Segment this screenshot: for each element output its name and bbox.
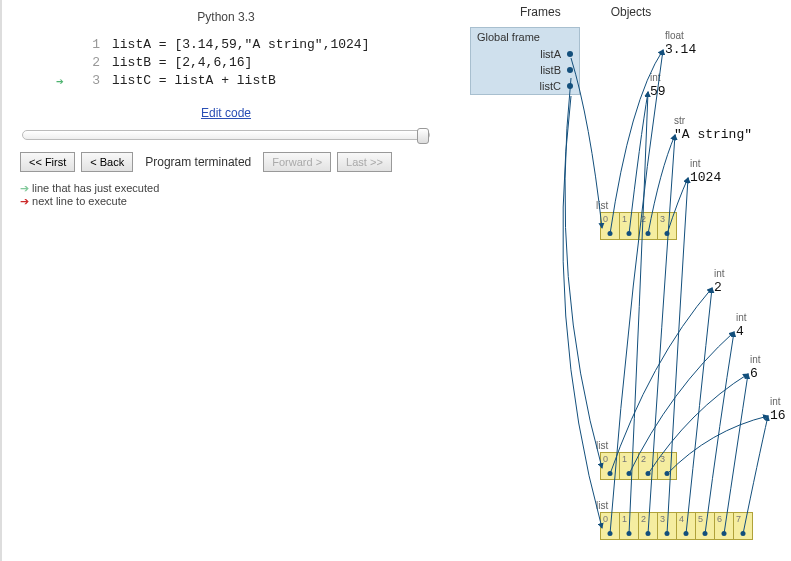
- frames-header: Frames: [520, 5, 561, 19]
- pointer-dot: [567, 51, 573, 57]
- list-object-listA: 0 1 2 3: [600, 212, 677, 240]
- code-panel: Python 3.3 1listA = [3.14,59,"A string",…: [0, 0, 450, 561]
- object-value: 1024: [690, 170, 721, 185]
- list-cell: 2: [638, 452, 657, 480]
- edit-code-link[interactable]: Edit code: [201, 106, 251, 120]
- frame-var: listB: [471, 62, 579, 78]
- list-cell: 5: [695, 512, 714, 540]
- type-label: int: [770, 396, 781, 407]
- list-cell: 3: [657, 212, 676, 240]
- visualization-panel: Frames Objects Global frame listA listB …: [450, 0, 791, 561]
- list-object-listB: 0 1 2 3: [600, 452, 677, 480]
- edit-code-link-wrap: Edit code: [20, 106, 432, 120]
- code-line: 1listA = [3.14,59,"A string",1024]: [80, 36, 422, 54]
- object-value: 2: [714, 280, 722, 295]
- list-cell: 6: [714, 512, 733, 540]
- code-line: 2listB = [2,4,6,16]: [80, 54, 422, 72]
- objects-header: Objects: [611, 5, 652, 19]
- object-value: 3.14: [665, 42, 696, 57]
- executed-arrow-icon: ➔: [56, 74, 64, 92]
- list-object-listC: 0 1 2 3 4 5 6 7: [600, 512, 753, 540]
- code-listing: 1listA = [3.14,59,"A string",1024] 2list…: [20, 34, 432, 100]
- list-cell: 1: [619, 452, 638, 480]
- list-cell: 7: [733, 512, 752, 540]
- column-headers: Frames Objects: [450, 5, 791, 19]
- pointer-dot: [567, 83, 573, 89]
- list-cell: 0: [600, 212, 619, 240]
- object-value: "A string": [674, 127, 752, 142]
- last-button[interactable]: Last >>: [337, 152, 392, 172]
- list-cell: 1: [619, 212, 638, 240]
- list-cell: 3: [657, 512, 676, 540]
- executed-arrow-legend-icon: ➔: [20, 182, 29, 194]
- step-controls: << First < Back Program terminated Forwa…: [20, 152, 432, 172]
- list-cell: 2: [638, 212, 657, 240]
- list-cell: 0: [600, 452, 619, 480]
- list-cell: 2: [638, 512, 657, 540]
- frame-var: listA: [471, 46, 579, 62]
- object-value: 4: [736, 324, 744, 339]
- frame-var: listC: [471, 78, 579, 94]
- step-slider[interactable]: [22, 130, 430, 140]
- legend: ➔ line that has just executed ➔ next lin…: [20, 182, 432, 208]
- type-label: int: [690, 158, 701, 169]
- object-value: 6: [750, 366, 758, 381]
- type-label: int: [714, 268, 725, 279]
- type-label: int: [750, 354, 761, 365]
- object-value: 59: [650, 84, 666, 99]
- next-arrow-legend-icon: ➔: [20, 195, 29, 207]
- global-frame: Global frame listA listB listC: [470, 27, 580, 95]
- list-cell: 0: [600, 512, 619, 540]
- back-button[interactable]: < Back: [81, 152, 133, 172]
- forward-button[interactable]: Forward >: [263, 152, 331, 172]
- slider-handle[interactable]: [417, 128, 429, 144]
- python-version-label: Python 3.3: [20, 10, 432, 24]
- first-button[interactable]: << First: [20, 152, 75, 172]
- status-text: Program terminated: [139, 155, 257, 169]
- list-cell: 3: [657, 452, 676, 480]
- type-label: int: [736, 312, 747, 323]
- type-label: list: [596, 200, 608, 211]
- pointer-dot: [567, 67, 573, 73]
- object-value: 16: [770, 408, 786, 423]
- type-label: float: [665, 30, 684, 41]
- type-label: list: [596, 440, 608, 451]
- list-cell: 1: [619, 512, 638, 540]
- list-cell: 4: [676, 512, 695, 540]
- type-label: list: [596, 500, 608, 511]
- type-label: str: [674, 115, 685, 126]
- type-label: int: [650, 72, 661, 83]
- frame-title: Global frame: [471, 28, 579, 46]
- code-line: ➔3listC = listA + listB: [80, 72, 422, 90]
